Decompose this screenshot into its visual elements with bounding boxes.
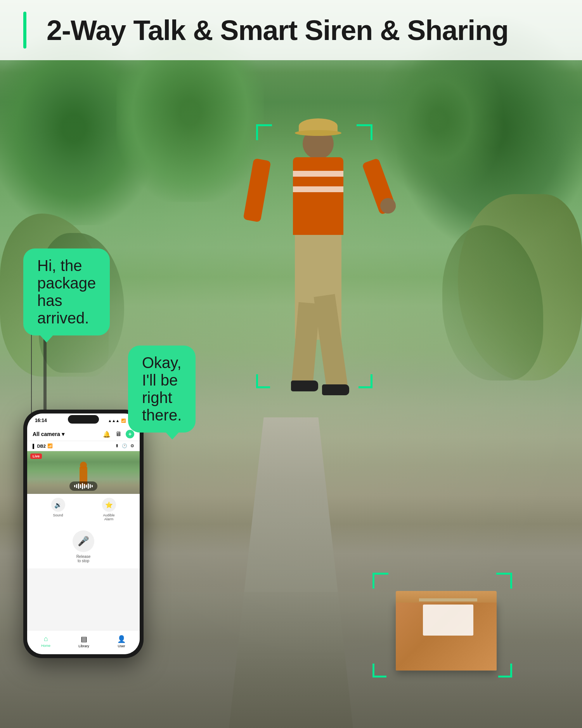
- mic-section: 🎤 Releaseto stop: [27, 525, 140, 568]
- library-icon: ▤: [81, 635, 87, 643]
- phone-notch: [68, 415, 99, 424]
- signal-icon: ▲▲▲: [108, 419, 120, 423]
- package-object: [388, 581, 508, 671]
- phone-frame: 16:14 ▲▲▲ 📶 🔋 All camera ▾ 🔔 🖥 +: [23, 410, 144, 658]
- audible-alarm-button[interactable]: ⭐ AudibleAlarm: [102, 498, 116, 521]
- chat-bubble-text-2: Okay, I'll be right there.: [128, 346, 196, 433]
- delivery-person: [244, 97, 392, 466]
- all-camera-text: All camera: [33, 431, 60, 437]
- settings-icon[interactable]: ⚙: [130, 443, 134, 448]
- phone-time: 16:14: [35, 418, 47, 423]
- camera-preview[interactable]: Live: [27, 451, 140, 494]
- live-badge: Live: [30, 453, 42, 459]
- device-name-text: DB2: [37, 444, 46, 448]
- phone-controls: 🔉 Sound ⭐ AudibleAlarm: [27, 494, 140, 525]
- add-button[interactable]: +: [126, 430, 134, 438]
- screen-icon[interactable]: 🖥: [114, 430, 123, 438]
- wifi-device-icon: 📶: [47, 443, 53, 448]
- phone-screen: 16:14 ▲▲▲ 📶 🔋 All camera ▾ 🔔 🖥 +: [27, 414, 140, 654]
- nav-user[interactable]: 👤 User: [117, 635, 126, 648]
- share-icon[interactable]: ⬆: [115, 443, 119, 448]
- alarm-label: AudibleAlarm: [103, 513, 114, 521]
- alarm-icon: ⭐: [102, 498, 116, 512]
- device-name: ▌ DB2 📶: [33, 443, 53, 448]
- dropdown-chevron: ▾: [62, 431, 64, 437]
- library-label: Library: [78, 644, 89, 648]
- accent-bar: [23, 12, 26, 49]
- user-icon: 👤: [117, 635, 126, 643]
- phone-device-row: ▌ DB2 📶 ⬆ 🕐 ⚙: [27, 441, 140, 451]
- sound-button[interactable]: 🔉 Sound: [51, 498, 65, 521]
- add-btn-label: +: [128, 431, 132, 437]
- phone-header-icons: 🔔 🖥 +: [102, 430, 134, 438]
- phone-app-header: All camera ▾ 🔔 🖥 +: [27, 427, 140, 441]
- history-icon[interactable]: 🕐: [122, 443, 127, 448]
- bell-icon[interactable]: 🔔: [102, 430, 111, 438]
- mic-label: Releaseto stop: [76, 554, 91, 563]
- nav-home[interactable]: ⌂ Home: [41, 635, 50, 648]
- home-label: Home: [41, 644, 50, 648]
- header: 2-Way Talk & Smart Siren & Sharing: [0, 0, 582, 60]
- all-camera-label: All camera ▾: [33, 431, 64, 437]
- audio-wave: [69, 481, 97, 491]
- device-icon: ▌: [33, 444, 36, 448]
- mic-button[interactable]: 🎤: [73, 530, 94, 552]
- sound-icon: 🔉: [51, 498, 65, 512]
- user-label: User: [118, 644, 125, 648]
- phone-nav-bar: ⌂ Home ▤ Library 👤 User: [27, 630, 140, 654]
- phone-mockup: 16:14 ▲▲▲ 📶 🔋 All camera ▾ 🔔 🖥 +: [23, 410, 144, 658]
- sound-label: Sound: [53, 513, 63, 517]
- wifi-icon: 📶: [121, 419, 126, 423]
- page-title: 2-Way Talk & Smart Siren & Sharing: [31, 14, 508, 46]
- nav-library[interactable]: ▤ Library: [78, 635, 89, 648]
- home-icon: ⌂: [44, 635, 48, 643]
- device-actions: ⬆ 🕐 ⚙: [115, 443, 134, 448]
- chat-bubble-text-1: Hi, the package has arrived.: [23, 248, 110, 335]
